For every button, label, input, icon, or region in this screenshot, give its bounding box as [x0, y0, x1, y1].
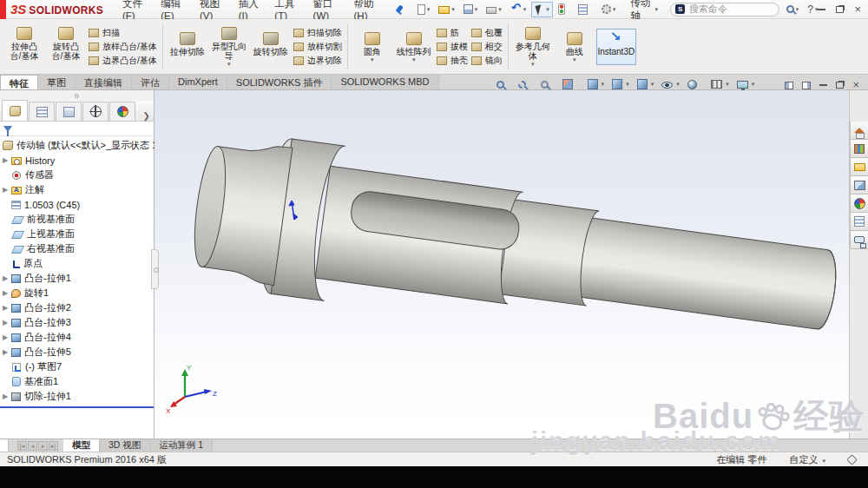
- toolbar-button[interactable]: ▾: [414, 2, 434, 17]
- chevron-down-icon[interactable]: ▾: [626, 81, 629, 88]
- headsup-button[interactable]: ▾: [612, 79, 629, 89]
- tab-scroll-button[interactable]: ▸: [38, 441, 48, 451]
- ribbon-tab[interactable]: DimXpert: [169, 75, 227, 89]
- tree-item[interactable]: ▶ 凸台-拉伸3: [0, 315, 154, 330]
- search-input[interactable]: S 搜索命令: [670, 3, 779, 16]
- chevron-down-icon[interactable]: ▾: [523, 6, 527, 13]
- close-button[interactable]: ×: [854, 5, 861, 14]
- tab-scroll-button[interactable]: ▸|: [49, 441, 58, 451]
- tree-item[interactable]: ▶ 旋转1: [0, 286, 154, 300]
- ribbon-tab[interactable]: 直接编辑: [76, 75, 132, 89]
- chevron-down-icon[interactable]: ▾: [412, 56, 416, 63]
- headsup-button[interactable]: ▾: [737, 81, 755, 89]
- manager-tab[interactable]: [109, 102, 135, 121]
- expand-arrow-icon[interactable]: ▶: [3, 274, 11, 282]
- tree-item[interactable]: ▶ 1.0503 (C45): [0, 197, 154, 212]
- expand-arrow-icon[interactable]: ▶: [3, 348, 11, 356]
- ribbon-button-small[interactable]: 扫描: [89, 27, 157, 39]
- filter-funnel-icon[interactable]: [3, 126, 12, 132]
- ribbon-button-small[interactable]: 拔模: [437, 41, 468, 53]
- task-pane-button[interactable]: [850, 140, 868, 158]
- expand-arrow-icon[interactable]: ▶: [3, 186, 11, 194]
- tree-item[interactable]: ▶ 注解: [0, 182, 154, 197]
- chevron-down-icon[interactable]: ▾: [546, 6, 549, 13]
- rollback-bar[interactable]: [0, 406, 154, 408]
- toolbar-button[interactable]: ▾: [435, 2, 458, 16]
- tree-item[interactable]: ▶ 基准面1: [0, 374, 154, 389]
- ribbon-tab[interactable]: SOLIDWORKS MBD: [332, 75, 438, 89]
- tab-scroll-button[interactable]: |◂: [17, 441, 27, 451]
- headsup-button[interactable]: ▾: [637, 79, 654, 89]
- chevron-down-icon[interactable]: ▾: [676, 81, 680, 88]
- toolbar-button[interactable]: ▾: [598, 2, 620, 16]
- tree-item[interactable]: ▶ History: [0, 153, 154, 168]
- ribbon-button-large[interactable]: 参考几何体 ▾: [513, 24, 553, 69]
- ribbon-button-large[interactable]: 拉伸切除 ▾: [168, 30, 207, 64]
- ribbon-button-large[interactable]: 旋转切除 ▾: [251, 30, 291, 64]
- ribbon-button-small[interactable]: 放样凸台/基体: [89, 41, 157, 53]
- ribbon-button-large[interactable]: 旋转凸台/基体 ▾: [46, 24, 86, 69]
- ribbon-button-small[interactable]: 镜向: [471, 55, 503, 67]
- headsup-button[interactable]: ▾: [518, 81, 533, 89]
- ribbon-button-large[interactable]: 拉伸凸台/基体 ▾: [4, 24, 44, 69]
- expand-arrow-icon[interactable]: ▶: [3, 156, 11, 164]
- minimize-button[interactable]: [818, 9, 825, 10]
- tree-item[interactable]: ▶ 凸台-拉伸1: [0, 271, 154, 286]
- chevron-down-icon[interactable]: ▾: [451, 6, 455, 13]
- tree-item[interactable]: ▶ 原点: [0, 256, 154, 271]
- ribbon-button-small[interactable]: 边界切除: [293, 55, 342, 67]
- ribbon-tab[interactable]: 评估: [132, 75, 169, 89]
- chevron-down-icon[interactable]: ▾: [752, 81, 755, 88]
- ribbon-button-large[interactable]: 圆角 ▾: [352, 30, 392, 64]
- ribbon-button-large[interactable]: Instant3D ▾: [596, 29, 636, 65]
- tree-item[interactable]: ▶ 传感器: [0, 168, 154, 182]
- task-pane-button[interactable]: [850, 122, 868, 140]
- tree-item[interactable]: ▶ 右视基准面: [0, 241, 154, 256]
- toolbar-button[interactable]: ▾: [575, 2, 596, 17]
- task-pane-button[interactable]: [850, 231, 868, 249]
- chevron-down-icon[interactable]: ▾: [227, 61, 231, 68]
- tree-root[interactable]: 传动轴 (默认<<默认>_显示状态 1>): [0, 138, 154, 153]
- toolbar-button[interactable]: ▾: [507, 1, 530, 17]
- expand-arrow-icon[interactable]: ▶: [3, 319, 11, 326]
- pane-right-icon[interactable]: [802, 82, 811, 89]
- chevron-down-icon[interactable]: ▾: [371, 56, 374, 63]
- toolbar-button[interactable]: ▾: [483, 3, 505, 16]
- doc-restore-button[interactable]: [836, 82, 844, 89]
- doc-close-button[interactable]: ×: [852, 81, 859, 89]
- ribbon-button-large[interactable]: 曲线 ▾: [555, 30, 595, 64]
- chevron-down-icon[interactable]: ▾: [427, 6, 431, 13]
- ribbon-button-small[interactable]: 边界凸台/基体: [89, 55, 157, 67]
- chevron-down-icon[interactable]: ▾: [475, 6, 478, 13]
- search-icon[interactable]: [786, 5, 794, 13]
- ribbon-button-small[interactable]: 相交: [471, 41, 503, 53]
- search-dropdown-icon[interactable]: ▾: [796, 6, 799, 13]
- tree-item[interactable]: ▶ 前视基准面: [0, 212, 154, 227]
- toolbar-button[interactable]: ▾: [460, 2, 482, 16]
- headsup-button[interactable]: ▾: [562, 79, 580, 89]
- manager-tab[interactable]: [56, 102, 82, 121]
- pin-menu-icon[interactable]: [394, 4, 404, 15]
- expand-arrow-icon[interactable]: ▶: [3, 304, 11, 312]
- custom-status[interactable]: 自定义 ▾: [789, 453, 825, 466]
- ribbon-button-small[interactable]: 放样切割: [293, 41, 342, 53]
- document-tab[interactable]: 运动算例 1: [150, 439, 213, 452]
- toolbar-button[interactable]: ▾: [531, 2, 553, 17]
- expand-arrow-icon[interactable]: ▶: [3, 392, 11, 400]
- expand-arrow-icon[interactable]: ▶: [3, 289, 11, 297]
- ribbon-button-small[interactable]: 抽壳: [437, 55, 468, 67]
- graphics-viewport[interactable]: Y Z X: [155, 90, 849, 439]
- manager-tab[interactable]: [29, 102, 55, 121]
- task-pane-button[interactable]: [850, 213, 868, 231]
- manager-tab[interactable]: [82, 102, 108, 121]
- headsup-button[interactable]: ▾: [711, 80, 729, 89]
- headsup-button[interactable]: ▾: [687, 80, 704, 89]
- tree-item[interactable]: ▶ 凸台-拉伸2: [0, 300, 154, 315]
- chevron-down-icon[interactable]: ▾: [651, 81, 654, 88]
- ribbon-tab[interactable]: SOLIDWORKS 插件: [227, 75, 332, 89]
- task-pane-button[interactable]: [850, 195, 868, 213]
- toolbar-button[interactable]: ▾: [555, 1, 574, 17]
- tree-item[interactable]: ▶ 切除-拉伸1: [0, 389, 154, 404]
- ribbon-button-small[interactable]: 筋: [437, 27, 468, 39]
- expand-arrow-icon[interactable]: ▶: [3, 333, 11, 341]
